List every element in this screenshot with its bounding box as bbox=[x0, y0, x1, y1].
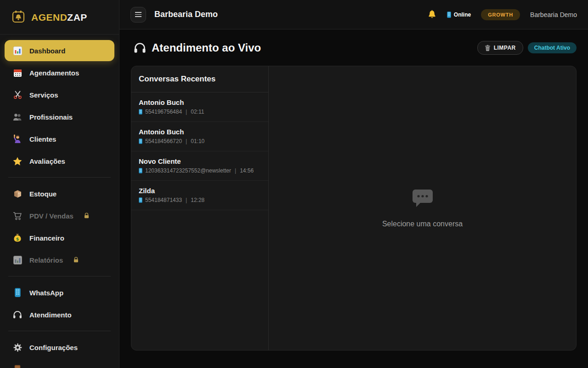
sidebar-item-label: Financeiro bbox=[29, 234, 64, 242]
clear-button[interactable]: LIMPAR bbox=[477, 41, 523, 55]
sidebar-item-label: Avaliações bbox=[29, 157, 65, 165]
conversation-id: 554184871433 bbox=[145, 197, 182, 203]
chat-area: Selecione uma conversa bbox=[269, 66, 576, 350]
app-logo: AGENDZAP bbox=[0, 0, 119, 34]
sidebar-item-label: WhatsApp bbox=[29, 289, 63, 297]
sidebar-item-estoque[interactable]: Estoque bbox=[5, 183, 114, 204]
sidebar-item-whatsapp[interactable]: WhatsApp bbox=[5, 282, 114, 303]
sidebar: AGENDZAP Dashboard Agendamentos Serviços bbox=[0, 0, 119, 368]
conversation-list-item[interactable]: Antonio Buch 554196756484 | 02:11 bbox=[131, 92, 268, 122]
lock-icon bbox=[84, 212, 90, 220]
conversation-id: 554184566720 bbox=[145, 138, 182, 144]
sidebar-item-label: Configurações bbox=[29, 344, 78, 351]
headphones-title-icon bbox=[134, 42, 146, 53]
sidebar-item-label: Dashboard bbox=[29, 47, 65, 55]
clear-button-label: LIMPAR bbox=[494, 45, 516, 51]
svg-text:$: $ bbox=[16, 236, 19, 242]
sidebar-item-clientes[interactable]: Clientes bbox=[5, 128, 114, 150]
sidebar-item-relatorios[interactable]: Relatórios bbox=[5, 249, 114, 270]
shopping-cart-icon bbox=[13, 211, 22, 220]
separator: | bbox=[234, 167, 237, 174]
sidebar-item-dashboard[interactable]: Dashboard bbox=[5, 40, 114, 61]
conversation-time: 14:56 bbox=[240, 167, 254, 174]
page-title: Atendimento ao Vivo bbox=[152, 41, 261, 54]
money-bag-icon: $ bbox=[13, 233, 22, 242]
conversation-time: 02:11 bbox=[191, 109, 204, 115]
bar-chart-icon bbox=[13, 46, 22, 55]
sidebar-divider bbox=[8, 177, 111, 178]
headphones-icon bbox=[13, 310, 22, 319]
sidebar-item-pdv-vendas[interactable]: PDV / Vendas bbox=[5, 205, 114, 226]
sidebar-item-configuracoes[interactable]: Configurações bbox=[5, 337, 114, 358]
phone-small-icon bbox=[139, 168, 142, 173]
main-content: Atendimento ao Vivo LIMPAR Chatbot Ativo… bbox=[119, 29, 588, 368]
conversation-id: 120363314723257552@newsletter bbox=[145, 167, 231, 174]
sidebar-item-label: Agendamentos bbox=[29, 69, 79, 77]
sidebar-item-label: Relatórios bbox=[29, 256, 63, 264]
online-label: Online bbox=[454, 12, 471, 18]
phone-small-icon bbox=[139, 109, 142, 115]
sidebar-item-label: Serviços bbox=[29, 91, 58, 99]
conversation-name: Novo Cliente bbox=[139, 157, 261, 165]
live-chat-panel: Conversas Recentes Antonio Buch 55419675… bbox=[131, 66, 577, 351]
star-icon bbox=[13, 156, 22, 166]
package-icon bbox=[13, 189, 22, 198]
scissors-icon bbox=[13, 90, 22, 99]
sidebar-item-label: Atendimento bbox=[29, 311, 72, 319]
sidebar-toggle-button[interactable] bbox=[130, 7, 146, 23]
sidebar-item-avaliacoes[interactable]: Avaliações bbox=[5, 150, 114, 172]
conversation-list-item[interactable]: Novo Cliente 120363314723257552@newslett… bbox=[131, 151, 268, 181]
conversation-time: 12:28 bbox=[191, 197, 204, 203]
sidebar-item-label: Estoque bbox=[29, 190, 57, 198]
account-name: Barbearia Demo bbox=[530, 11, 577, 18]
sidebar-item-label: Clientes bbox=[29, 135, 56, 143]
lock-icon bbox=[73, 256, 79, 264]
chatbot-status-badge: Chatbot Ativo bbox=[528, 42, 577, 53]
topbar: Barbearia Demo Online GROWTH Barbearia D… bbox=[119, 0, 588, 29]
connection-status: Online bbox=[447, 12, 471, 18]
phone-small-icon bbox=[139, 197, 142, 203]
sidebar-nav: Dashboard Agendamentos Serviços Profissi… bbox=[0, 34, 119, 368]
topbar-title: Barbearia Demo bbox=[154, 10, 218, 19]
sidebar-item-agendamentos[interactable]: Agendamentos bbox=[5, 62, 114, 83]
gear-icon bbox=[13, 343, 22, 352]
chat-bubble-icon bbox=[411, 189, 434, 210]
conversation-name: Zilda bbox=[139, 187, 261, 195]
app-name: AGENDZAP bbox=[31, 12, 87, 23]
sidebar-item-atendimento[interactable]: Atendimento bbox=[5, 304, 114, 325]
conversation-name: Antonio Buch bbox=[139, 128, 261, 136]
separator: | bbox=[185, 109, 188, 115]
phone-icon bbox=[13, 288, 22, 297]
separator: | bbox=[185, 138, 188, 144]
conversation-time: 01:10 bbox=[191, 138, 204, 144]
phone-status-icon bbox=[447, 12, 451, 18]
sidebar-item-label: PDV / Vendas bbox=[29, 212, 74, 220]
conversation-list-item[interactable]: Zilda 554184871433 | 12:28 bbox=[131, 181, 268, 210]
door-icon bbox=[13, 365, 22, 368]
sidebar-item-partial[interactable] bbox=[5, 359, 114, 368]
conversation-name: Antonio Buch bbox=[139, 98, 261, 106]
conversations-header: Conversas Recentes bbox=[131, 66, 268, 92]
calendar-icon bbox=[13, 68, 22, 77]
notifications-bell-icon[interactable] bbox=[427, 10, 437, 20]
separator: | bbox=[185, 197, 188, 203]
people-icon bbox=[13, 112, 22, 121]
sidebar-item-profissionais[interactable]: Profissionais bbox=[5, 106, 114, 127]
conversation-list-item[interactable]: Antonio Buch 554184566720 | 01:10 bbox=[131, 122, 268, 151]
person-raising-hand-icon bbox=[13, 134, 22, 144]
sidebar-item-servicos[interactable]: Serviços bbox=[5, 84, 114, 105]
sidebar-divider bbox=[8, 276, 111, 276]
sidebar-item-label: Profissionais bbox=[29, 113, 73, 121]
sidebar-item-financeiro[interactable]: $ Financeiro bbox=[5, 227, 114, 248]
trash-icon bbox=[485, 45, 491, 51]
conversation-id: 554196756484 bbox=[145, 109, 182, 115]
sidebar-divider bbox=[8, 331, 111, 331]
conversations-column: Conversas Recentes Antonio Buch 55419675… bbox=[131, 66, 269, 350]
phone-small-icon bbox=[139, 138, 142, 144]
empty-state-text: Selecione uma conversa bbox=[382, 220, 463, 228]
plan-badge: GROWTH bbox=[481, 9, 520, 20]
bar-chart-muted-icon bbox=[13, 255, 22, 264]
calendar-bell-logo-icon bbox=[11, 9, 26, 26]
